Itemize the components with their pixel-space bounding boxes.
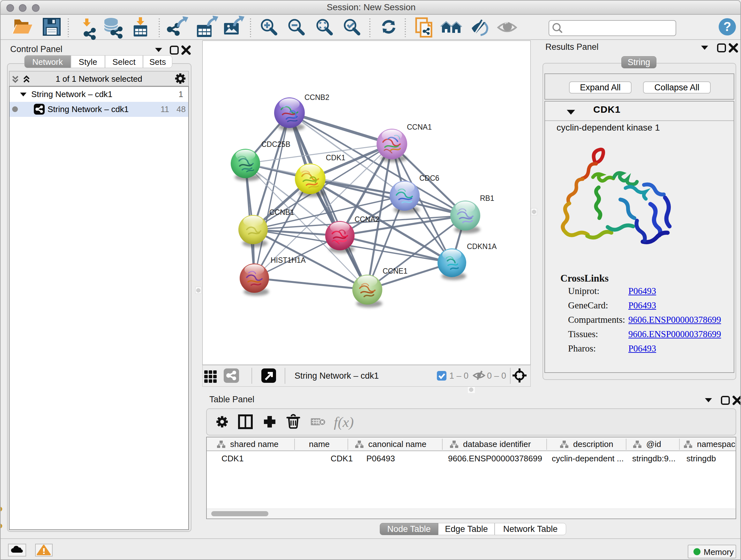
svg-text:RB1: RB1	[480, 194, 494, 202]
svg-text:canonical name: canonical name	[368, 439, 426, 449]
svg-text:HIST1H1A: HIST1H1A	[271, 256, 306, 264]
svg-text:CDC25B: CDC25B	[261, 140, 290, 148]
svg-text:String Network – cdk1: String Network – cdk1	[294, 371, 379, 381]
svg-text:CCNB2: CCNB2	[305, 93, 329, 102]
svg-text:f(x): f(x)	[334, 414, 354, 430]
svg-text:CCNA2: CCNA2	[354, 215, 380, 224]
svg-text:CCNB1: CCNB1	[269, 208, 294, 216]
svg-text:@id: @id	[646, 439, 661, 449]
svg-text:1 – 0: 1 – 0	[449, 371, 468, 381]
svg-text:0 – 0: 0 – 0	[487, 371, 506, 381]
svg-text:name: name	[309, 439, 330, 449]
svg-text:?: ?	[724, 19, 731, 34]
svg-text:CCNA1: CCNA1	[407, 123, 432, 131]
svg-text:CDK1: CDK1	[326, 153, 345, 162]
svg-text:shared name: shared name	[230, 439, 279, 449]
svg-text:CDC6: CDC6	[419, 174, 440, 182]
svg-text:description: description	[573, 439, 613, 449]
svg-text:CCNE1: CCNE1	[383, 267, 408, 275]
svg-text:database identifier: database identifier	[463, 439, 531, 449]
svg-text:CDKN1A: CDKN1A	[467, 242, 497, 251]
svg-text:namespac: namespac	[697, 439, 735, 449]
